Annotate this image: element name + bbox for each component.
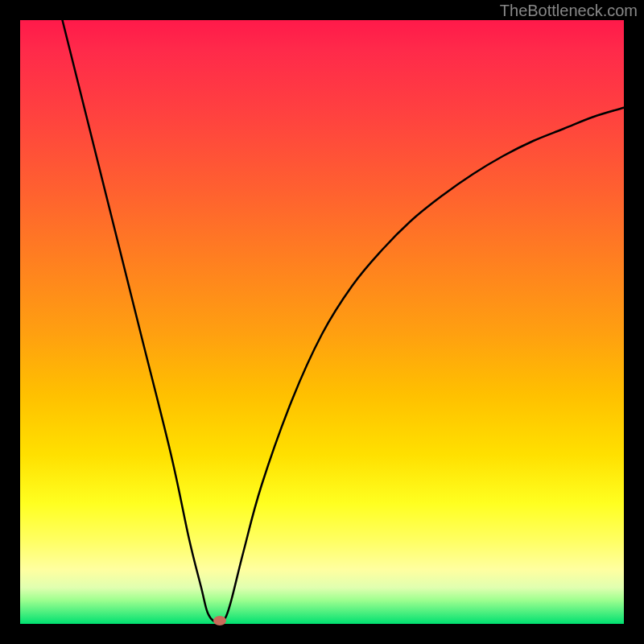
bottleneck-curve xyxy=(20,20,624,624)
attribution-label: TheBottleneck.com xyxy=(500,2,638,20)
optimal-point-marker xyxy=(213,616,226,625)
chart-plot-area xyxy=(20,20,624,624)
